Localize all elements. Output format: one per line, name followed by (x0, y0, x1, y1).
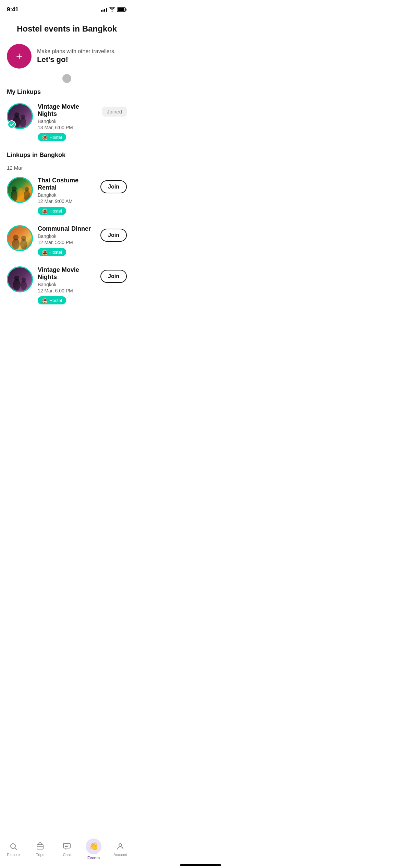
svg-point-7 (21, 114, 25, 119)
date-separator-12-mar: 12 Mar (0, 163, 134, 173)
create-event-banner: + Make plans with other travellers. Let'… (0, 37, 134, 72)
my-linkups-section: My Linkups (0, 85, 134, 148)
event-image-wrap-movie2 (7, 266, 33, 292)
event-image-costume (7, 177, 33, 203)
create-event-text: Make plans with other travellers. Let's … (37, 48, 116, 64)
status-bar: 9:41 (0, 0, 134, 17)
svg-point-23 (21, 281, 27, 290)
event-name-dinner: Communal Dinner (38, 225, 96, 232)
svg-point-19 (21, 236, 26, 241)
hostel-icon-dinner: 🏨 (42, 249, 48, 255)
event-image-movie2 (7, 266, 33, 292)
tag-label: Hostel (49, 135, 62, 140)
svg-point-14 (25, 187, 29, 192)
event-action-movie2[interactable]: Join (100, 266, 127, 283)
svg-point-24 (22, 277, 26, 282)
svg-point-5 (14, 112, 19, 118)
svg-point-10 (12, 186, 17, 192)
hostel-icon-costume: 🏨 (42, 208, 48, 214)
svg-point-9 (11, 190, 17, 201)
join-button-costume[interactable]: Join (100, 180, 127, 193)
event-name-movie2: Vintage Movie Nights (38, 266, 96, 281)
event-location: Bangkok (38, 119, 97, 124)
linkups-bangkok-heading: Linkups in Bangkok (0, 148, 134, 163)
event-info-vintage-joined: Vintage Movie Nights Bangkok 13 Mar, 6:0… (38, 103, 97, 141)
event-info-dinner: Communal Dinner Bangkok 12 Mar, 5:30 PM … (38, 225, 96, 256)
svg-point-6 (20, 118, 26, 128)
hostel-tag: 🏨 Hostel (38, 133, 66, 141)
wifi-icon (109, 7, 115, 12)
create-cta: Let's go! (37, 55, 116, 64)
scroll-indicator (0, 72, 134, 85)
join-button-dinner[interactable]: Join (100, 229, 127, 242)
main-content: Hostel events in Bangkok + Make plans wi… (0, 17, 134, 342)
event-info-costume: Thai Costume Rental Bangkok 12 Mar, 9:00… (38, 177, 96, 215)
hostel-tag-movie2: 🏨 Hostel (38, 296, 66, 304)
svg-point-15 (8, 226, 32, 250)
svg-rect-2 (118, 8, 124, 11)
scroll-dot (62, 74, 71, 83)
event-image-wrap (7, 103, 33, 129)
event-image-wrap-costume (7, 177, 33, 203)
event-datetime-movie2: 12 Mar, 6:00 PM (38, 288, 96, 293)
event-location-costume: Bangkok (38, 192, 96, 198)
create-subtitle: Make plans with other travellers. (37, 48, 116, 55)
event-datetime: 13 Mar, 6:00 PM (38, 125, 97, 130)
join-button-movie2[interactable]: Join (100, 270, 127, 283)
event-action-dinner[interactable]: Join (100, 225, 127, 242)
page-header: Hostel events in Bangkok (0, 17, 134, 37)
svg-rect-1 (126, 9, 127, 11)
event-card-thai-costume: Thai Costume Rental Bangkok 12 Mar, 9:00… (0, 173, 134, 222)
event-image-wrap-dinner (7, 225, 33, 251)
event-location-dinner: Bangkok (38, 233, 96, 239)
svg-point-21 (13, 279, 21, 290)
hostel-tag-dinner: 🏨 Hostel (38, 248, 66, 256)
event-image-dinner (7, 225, 33, 251)
event-card-vintage-movie-2: Vintage Movie Nights Bangkok 12 Mar, 6:0… (0, 263, 134, 311)
event-action-joined: Joined (102, 103, 127, 117)
joined-badge: Joined (102, 107, 127, 117)
status-time: 9:41 (7, 6, 19, 13)
event-info-movie2: Vintage Movie Nights Bangkok 12 Mar, 6:0… (38, 266, 96, 304)
hostel-tag-costume: 🏨 Hostel (38, 207, 66, 215)
event-card-communal-dinner: Communal Dinner Bangkok 12 Mar, 5:30 PM … (0, 222, 134, 263)
tag-label-costume: Hostel (49, 208, 62, 214)
event-name: Vintage Movie Nights (38, 103, 97, 118)
svg-point-13 (24, 190, 30, 201)
page-title: Hostel events in Bangkok (7, 24, 127, 34)
joined-checkmark (8, 120, 16, 129)
event-name-costume: Thai Costume Rental (38, 177, 96, 191)
hostel-icon: 🏨 (42, 134, 48, 140)
event-location-movie2: Bangkok (38, 282, 96, 287)
event-datetime-costume: 12 Mar, 9:00 AM (38, 198, 96, 204)
event-action-costume[interactable]: Join (100, 177, 127, 193)
event-datetime-dinner: 12 Mar, 5:30 PM (38, 240, 96, 245)
tag-label-movie2: Hostel (49, 298, 62, 303)
status-icons (101, 7, 127, 12)
my-linkups-heading: My Linkups (0, 85, 134, 100)
plus-icon: + (16, 51, 23, 62)
hostel-icon-movie2: 🏨 (42, 298, 48, 303)
svg-point-12 (18, 188, 23, 193)
tag-label-dinner: Hostel (49, 250, 62, 255)
battery-icon (117, 7, 127, 12)
svg-point-17 (13, 235, 19, 241)
signal-icon (101, 8, 107, 12)
event-card-vintage-movie-joined: Vintage Movie Nights Bangkok 13 Mar, 6:0… (0, 100, 134, 148)
create-event-button[interactable]: + (7, 44, 32, 69)
linkups-bangkok-section: Linkups in Bangkok 12 Mar (0, 148, 134, 311)
svg-point-22 (14, 276, 19, 281)
